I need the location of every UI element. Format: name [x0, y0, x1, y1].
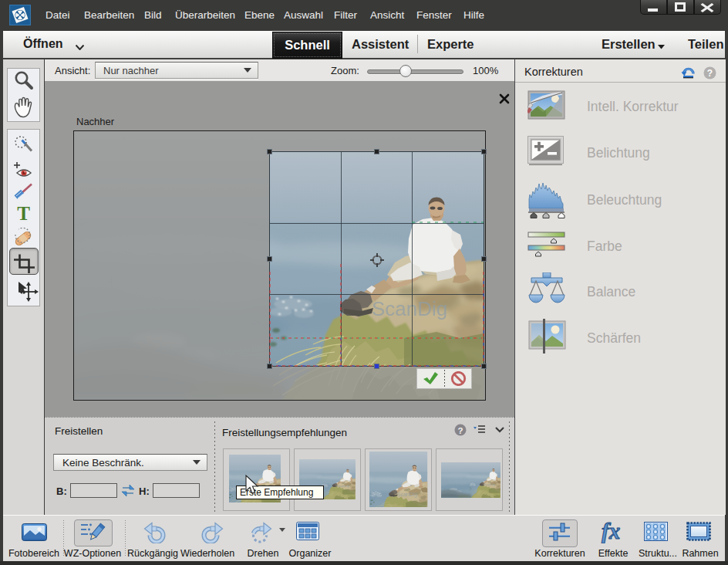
svg-text:T: T	[17, 203, 30, 224]
svg-text:?: ?	[707, 68, 713, 79]
svg-text:?: ?	[457, 426, 463, 435]
svg-text:fx: fx	[602, 520, 620, 543]
